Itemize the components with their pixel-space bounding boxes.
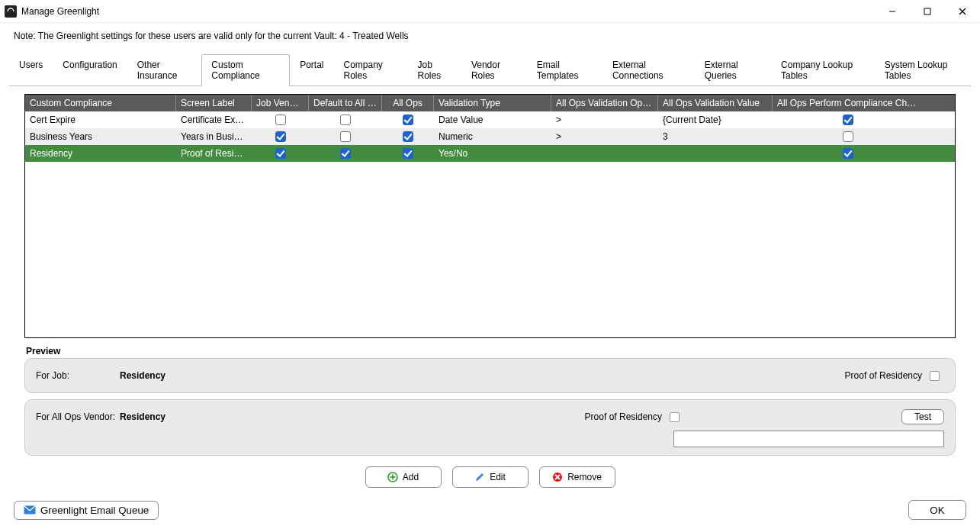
checkbox[interactable]: [340, 131, 351, 142]
tab-external-queries[interactable]: External Queries: [695, 54, 771, 86]
tab-email-templates[interactable]: Email Templates: [527, 54, 602, 86]
plus-circle-icon: [387, 472, 398, 482]
cell: Residency: [25, 148, 176, 159]
preview-vendor-checkbox[interactable]: [670, 412, 680, 422]
cell: [382, 115, 434, 125]
preview-vendor-value: Residency: [120, 411, 165, 422]
preview-job-proof-label: Proof of Residency: [845, 370, 922, 381]
column-header[interactable]: All Ops Perform Compliance Check: [773, 95, 923, 111]
checkbox[interactable]: [843, 115, 853, 125]
add-button[interactable]: Add: [365, 466, 442, 488]
cell: Cert Expire: [25, 115, 176, 125]
cell: Numeric: [434, 131, 551, 142]
cell: [252, 148, 309, 159]
preview-vendor-label: For All Ops Vendor:: [36, 411, 120, 422]
checkbox[interactable]: [340, 115, 351, 125]
tab-vendor-roles[interactable]: Vendor Roles: [461, 54, 527, 86]
cell: [309, 131, 382, 142]
checkbox[interactable]: [275, 148, 286, 159]
checkbox[interactable]: [403, 131, 413, 142]
edit-button[interactable]: Edit: [452, 466, 529, 488]
checkbox[interactable]: [843, 131, 853, 142]
app-icon: [5, 5, 17, 18]
preview-job-value: Residency: [120, 370, 165, 381]
close-button[interactable]: [945, 0, 980, 23]
pencil-icon: [474, 472, 485, 482]
tab-custom-compliance[interactable]: Custom Compliance: [201, 54, 290, 86]
tab-external-connections[interactable]: External Connections: [602, 54, 695, 86]
remove-button[interactable]: Remove: [539, 466, 615, 488]
cell: [309, 115, 382, 125]
column-header[interactable]: All Ops: [382, 95, 434, 111]
table-row[interactable]: Business YearsYears in BusinessNumeric>3: [25, 128, 955, 145]
checkbox[interactable]: [275, 131, 286, 142]
checkbox[interactable]: [340, 148, 351, 159]
titlebar: Manage Greenlight: [0, 0, 980, 23]
preview-job-label: For Job:: [36, 370, 120, 381]
cell: [773, 148, 923, 159]
tab-system-lookup-tables[interactable]: System Lookup Tables: [875, 54, 971, 86]
edit-label: Edit: [490, 472, 506, 482]
cell: Business Years: [25, 131, 176, 142]
cell: Certificate Expirati...: [176, 115, 252, 125]
cell: [252, 115, 309, 125]
column-header[interactable]: All Ops Validation Operator: [551, 95, 658, 111]
svg-rect-1: [924, 8, 930, 15]
cell: Yes/No: [434, 148, 551, 159]
cell: [773, 115, 923, 125]
tab-job-roles[interactable]: Job Roles: [408, 54, 461, 86]
compliance-grid[interactable]: Custom ComplianceScreen LabelJob Vendors…: [24, 94, 956, 338]
column-header[interactable]: All Ops Validation Value: [658, 95, 773, 111]
cell: >: [551, 115, 658, 125]
column-header[interactable]: Validation Type: [434, 95, 551, 111]
cell: Date Value: [434, 115, 551, 125]
tab-configuration[interactable]: Configuration: [53, 54, 127, 86]
cell: [773, 131, 923, 142]
cell: Years in Business: [176, 131, 252, 142]
grid-body: Cert ExpireCertificate Expirati...Date V…: [25, 111, 955, 162]
test-button[interactable]: Test: [901, 409, 944, 424]
table-row[interactable]: Cert ExpireCertificate Expirati...Date V…: [25, 111, 955, 128]
tab-other-insurance[interactable]: Other Insurance: [127, 54, 202, 86]
table-row[interactable]: ResidencyProof of ResidencyYes/No: [25, 145, 955, 162]
cell: >: [551, 131, 658, 142]
preview-job-checkbox[interactable]: [930, 371, 940, 381]
tab-bar: UsersConfigurationOther InsuranceCustom …: [0, 46, 980, 85]
tab-portal[interactable]: Portal: [290, 54, 333, 86]
column-header[interactable]: Default to All Jobs: [309, 95, 382, 111]
cell: Proof of Residency: [176, 148, 252, 159]
window-title: Manage Greenlight: [21, 6, 99, 17]
minimize-button[interactable]: [875, 0, 910, 23]
remove-circle-icon: [552, 472, 563, 482]
preview-vendor-proof-label: Proof of Residency: [585, 411, 662, 422]
add-label: Add: [403, 472, 419, 482]
checkbox[interactable]: [403, 148, 413, 159]
cell: [382, 131, 434, 142]
column-header[interactable]: Screen Label: [176, 95, 252, 111]
grid-header: Custom ComplianceScreen LabelJob Vendors…: [25, 95, 955, 111]
action-row: Add Edit Remove: [24, 462, 956, 491]
test-result-box[interactable]: [673, 431, 944, 447]
cell: 3: [658, 131, 773, 142]
tab-company-roles[interactable]: Company Roles: [334, 54, 408, 86]
cell: [309, 148, 382, 159]
cell: {Current Date}: [658, 115, 773, 125]
remove-label: Remove: [567, 472, 602, 482]
cell: [252, 131, 309, 142]
cell: [382, 148, 434, 159]
checkbox[interactable]: [843, 148, 853, 159]
note-text: Note: The Greenlight settings for these …: [0, 23, 980, 46]
preview-job-panel: For Job: Residency Proof of Residency: [24, 358, 956, 393]
tab-company-lookup-tables[interactable]: Company Lookup Tables: [771, 54, 875, 86]
tab-users[interactable]: Users: [9, 54, 53, 86]
preview-vendor-panel: For All Ops Vendor: Residency Proof of R…: [24, 399, 956, 456]
column-header[interactable]: Custom Compliance: [25, 95, 176, 111]
preview-title: Preview: [26, 346, 956, 356]
checkbox[interactable]: [275, 115, 286, 125]
column-header[interactable]: Job Vendors: [252, 95, 309, 111]
maximize-button[interactable]: [910, 0, 945, 23]
checkbox[interactable]: [403, 115, 413, 125]
